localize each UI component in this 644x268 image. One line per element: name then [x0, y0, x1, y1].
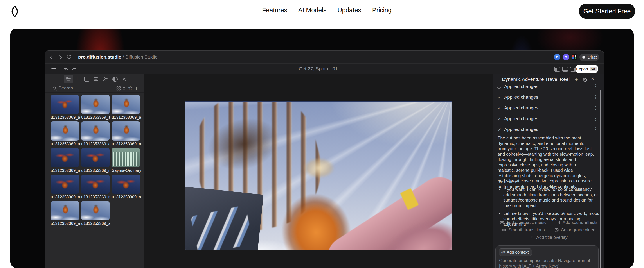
- nav-link-ai-models[interactable]: AI Models: [298, 6, 326, 14]
- applied-changes-label: Applied changes: [504, 105, 538, 111]
- settings-gear-icon[interactable]: [122, 76, 127, 83]
- asset-thumbnail[interactable]: [112, 121, 140, 141]
- audio-asset-thumbnail[interactable]: [112, 148, 140, 167]
- new-chat-icon[interactable]: +: [575, 77, 578, 82]
- asset-thumbnail[interactable]: [112, 95, 140, 114]
- letterbox-edge: [186, 101, 452, 102]
- close-panel-icon[interactable]: ×: [591, 76, 594, 81]
- browser-forward-icon[interactable]: [58, 56, 61, 60]
- asset-thumbnail[interactable]: [81, 95, 110, 114]
- nav-link-features[interactable]: Features: [262, 6, 287, 14]
- extension-icon-s[interactable]: S: [563, 54, 569, 60]
- page: Features AI Models Updates Pricing Get S…: [0, 0, 644, 268]
- check-icon: ✓: [498, 95, 501, 100]
- asset-label: u1312353369_aeri...: [81, 141, 110, 146]
- asset-label: u1312353369_a_w...: [51, 221, 80, 226]
- prompt-composer[interactable]: @ Add context Generate or compose assets…: [496, 246, 598, 268]
- toggle-left-panel-icon[interactable]: [554, 67, 560, 72]
- applied-changes-row[interactable]: ✓ Applied changes ⋮: [493, 126, 604, 134]
- applied-changes-row[interactable]: ✓ Applied changes ⋮: [493, 105, 604, 112]
- grid-view-icon[interactable]: [116, 86, 121, 91]
- browser-chrome: pro.diffusion.studio / Diffusion Studio …: [45, 51, 604, 64]
- asset-thumbnail[interactable]: [51, 148, 79, 167]
- voiceover-tool[interactable]: [103, 76, 108, 83]
- asset-thumbnail[interactable]: [81, 121, 110, 141]
- asset-thumbnail[interactable]: [51, 121, 79, 141]
- adjust-tool[interactable]: [112, 76, 118, 82]
- sequence-title[interactable]: Oct 27, Spain - 01: [299, 63, 338, 74]
- applied-changes-label: Applied changes: [504, 94, 538, 100]
- at-icon: @: [501, 250, 505, 255]
- row-menu-icon[interactable]: ⋮: [593, 127, 598, 132]
- browser-back-icon[interactable]: [50, 56, 53, 60]
- prompt-placeholder: Generate or compose assets. Navigate pro…: [499, 258, 594, 268]
- preview-canvas[interactable]: [144, 74, 493, 268]
- applied-changes-label: Applied changes: [504, 84, 538, 89]
- asset-label: u1312353369_moti...: [112, 141, 141, 146]
- address-bar[interactable]: pro.diffusion.studio / Diffusion Studio: [78, 51, 158, 63]
- project-title: Dynamic Adventure Travel Reel: [502, 76, 570, 82]
- sort-order-icon[interactable]: [123, 86, 125, 91]
- row-menu-icon[interactable]: ⋮: [593, 105, 598, 111]
- asset-label: u1312353369_moti...: [51, 195, 80, 199]
- applied-changes-row[interactable]: ✓ Applied changes ⋮: [493, 115, 604, 123]
- text-tool[interactable]: T: [76, 76, 79, 81]
- suggestion-add-title-overlay[interactable]: Add title overlay: [530, 235, 568, 240]
- menu-icon[interactable]: [51, 67, 56, 72]
- next-steps-heading: Next steps:: [498, 179, 594, 185]
- shape-tool[interactable]: [84, 76, 89, 82]
- asset-search[interactable]: Search ☆ +: [45, 85, 144, 93]
- row-menu-icon[interactable]: ⋮: [593, 84, 598, 89]
- asset-thumbnail[interactable]: [51, 201, 79, 220]
- browser-reload-icon[interactable]: [66, 54, 71, 60]
- history-icon[interactable]: [583, 78, 587, 83]
- suggestion-smooth-transitions[interactable]: Smooth transitions: [502, 228, 545, 233]
- asset-thumbnail[interactable]: [51, 95, 79, 114]
- chat-button[interactable]: Chat: [580, 53, 599, 61]
- row-menu-icon[interactable]: ⋮: [593, 94, 598, 100]
- export-label: Export: [576, 67, 588, 71]
- suggestion-add-sound-effects[interactable]: Add sound effects: [556, 220, 598, 225]
- video-preview[interactable]: [186, 101, 452, 250]
- asset-thumbnail[interactable]: [81, 148, 110, 167]
- panel-scrollbar[interactable]: [600, 90, 600, 268]
- nav-link-pricing[interactable]: Pricing: [372, 6, 392, 14]
- suggestion-color-grade[interactable]: Color grade video: [554, 228, 596, 233]
- toggle-right-panel-icon[interactable]: [570, 67, 576, 72]
- extension-icon-translate[interactable]: G: [554, 54, 560, 60]
- nav-link-updates[interactable]: Updates: [337, 6, 361, 14]
- applied-changes-row[interactable]: ✓ Applied changes ⋮: [493, 94, 604, 101]
- extension-icon-mosaic[interactable]: [572, 54, 577, 60]
- transition-icon: [502, 228, 506, 232]
- redo-icon[interactable]: [72, 66, 76, 72]
- asset-thumbnail[interactable]: [51, 175, 79, 194]
- asset-thumbnail[interactable]: [112, 175, 140, 194]
- brand-lens-logo[interactable]: [12, 6, 18, 17]
- row-menu-icon[interactable]: ⋮: [593, 116, 598, 121]
- toggle-bottom-panel-icon[interactable]: [562, 67, 568, 72]
- undo-icon[interactable]: [64, 66, 69, 72]
- toolbar-divider: [59, 66, 60, 71]
- captions-tool[interactable]: [93, 76, 98, 83]
- asset-thumbnail[interactable]: [81, 175, 110, 194]
- asset-label: u1312353369_a_w...: [112, 115, 141, 120]
- asset-thumbnail[interactable]: [81, 201, 110, 220]
- applied-changes-label: Applied changes: [504, 127, 538, 132]
- add-context-chip[interactable]: @ Add context: [499, 249, 532, 256]
- assistant-panel: Dynamic Adventure Travel Reel + × Applie…: [493, 74, 604, 268]
- title-overlay-icon: [530, 235, 534, 240]
- sound-wave-icon: [556, 220, 560, 225]
- asset-label: u1312353369_a_fir...: [51, 115, 80, 120]
- music-keys-icon: [500, 220, 504, 225]
- app-window: pro.diffusion.studio / Diffusion Studio …: [44, 50, 604, 268]
- asset-label: u1312353369_a_w...: [81, 115, 110, 120]
- export-shortcut: ⌘E: [590, 67, 597, 71]
- export-button[interactable]: Export ⌘E: [576, 65, 598, 73]
- get-started-button[interactable]: Get Started Free: [579, 3, 635, 19]
- media-folder-tool[interactable]: [66, 76, 71, 83]
- hand: [303, 157, 335, 178]
- applied-changes-row[interactable]: Applied changes ⋮: [493, 83, 604, 91]
- favorites-star-icon[interactable]: ☆: [128, 85, 133, 91]
- suggestion-add-cinematic-music[interactable]: Add cinematic music: [500, 220, 546, 225]
- add-asset-icon[interactable]: +: [134, 85, 138, 92]
